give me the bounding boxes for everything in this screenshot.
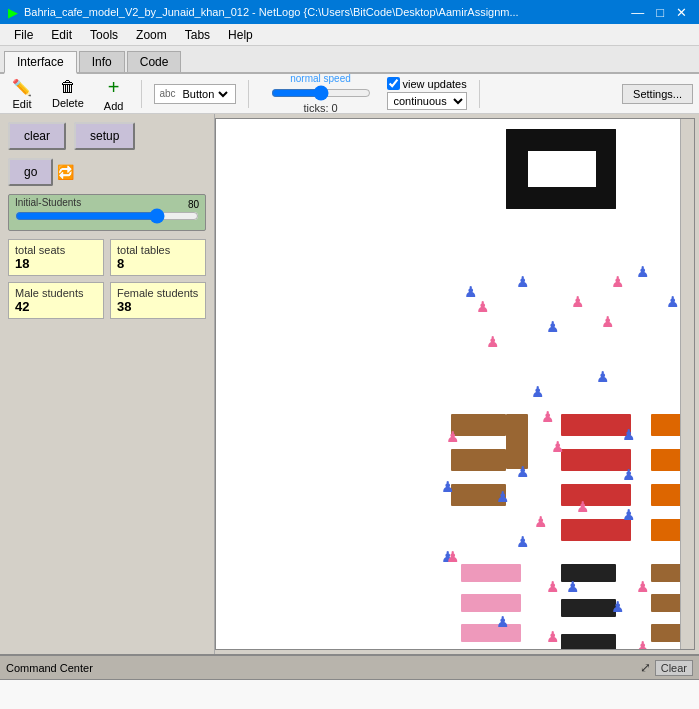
furniture-piece — [651, 484, 680, 506]
close-button[interactable]: ✕ — [672, 5, 691, 20]
female-students-box: Female students 38 — [110, 282, 206, 319]
view-updates-checkbox[interactable] — [387, 77, 400, 90]
blue-person: ♟ — [622, 507, 635, 522]
loop-icon: 🔁 — [57, 164, 74, 180]
menu-zoom[interactable]: Zoom — [128, 26, 175, 44]
clear-button[interactable]: clear — [8, 122, 66, 150]
edit-label: Edit — [13, 98, 32, 110]
pink-person: ♟ — [551, 439, 564, 454]
widget-type-selector[interactable]: abc Button — [154, 84, 235, 104]
add-icon: + — [108, 76, 120, 99]
blue-person: ♟ — [666, 294, 679, 309]
menu-tools[interactable]: Tools — [82, 26, 126, 44]
setup-button[interactable]: setup — [74, 122, 135, 150]
vertical-scrollbar[interactable] — [680, 119, 694, 649]
pink-person: ♟ — [611, 274, 624, 289]
furniture-piece — [451, 449, 506, 471]
blue-person: ♟ — [464, 284, 477, 299]
pink-person: ♟ — [446, 429, 459, 444]
blue-person: ♟ — [566, 579, 579, 594]
total-seats-box: total seats 18 — [8, 239, 104, 276]
pink-person: ♟ — [571, 294, 584, 309]
pink-person: ♟ — [601, 314, 614, 329]
blue-person: ♟ — [611, 599, 624, 614]
continuous-select[interactable]: continuous — [387, 92, 467, 110]
tab-interface[interactable]: Interface — [4, 51, 77, 74]
blue-person: ♟ — [596, 369, 609, 384]
go-button[interactable]: go — [8, 158, 53, 186]
speed-section: normal speed ticks: 0 — [271, 73, 371, 114]
pink-person: ♟ — [546, 579, 559, 594]
tab-code[interactable]: Code — [127, 51, 182, 72]
command-bar: Command Center ⤢ Clear — [0, 656, 699, 680]
toolbar-divider-2 — [248, 80, 249, 108]
simulation-canvas: ♟♟♟♟♟♟♟♟♟♟♟♟♟♟♟♟♟♟♟♟♟♟♟♟♟♟♟♟♟♟♟♟♟♟♟♟♟♟♟♟… — [216, 119, 680, 649]
toolbar-divider-3 — [479, 80, 480, 108]
maximize-button[interactable]: □ — [652, 5, 668, 20]
blue-person: ♟ — [496, 614, 509, 629]
left-panel: clear setup go 🔁 Initial-Students 80 tot… — [0, 114, 215, 654]
furniture-piece — [561, 634, 616, 649]
ticks-label: ticks: 0 — [303, 102, 337, 114]
command-center: Command Center ⤢ Clear observer> — [0, 654, 699, 709]
pink-person: ♟ — [541, 409, 554, 424]
blue-person: ♟ — [516, 274, 529, 289]
initial-students-slider[interactable] — [15, 208, 199, 224]
furniture-piece — [561, 449, 631, 471]
furniture-piece — [651, 564, 680, 582]
female-students-label: Female students — [117, 287, 199, 299]
widget-type-dropdown[interactable]: Button — [179, 87, 231, 101]
blue-person: ♟ — [546, 319, 559, 334]
menu-help[interactable]: Help — [220, 26, 261, 44]
pink-person: ♟ — [534, 514, 547, 529]
menu-edit[interactable]: Edit — [43, 26, 80, 44]
blue-person: ♟ — [531, 384, 544, 399]
furniture-piece — [561, 484, 631, 506]
minimize-button[interactable]: — — [627, 5, 648, 20]
male-students-value: 42 — [15, 299, 97, 314]
add-label: Add — [104, 100, 124, 112]
slider-label: Initial-Students — [15, 197, 199, 208]
furniture-piece — [461, 564, 521, 582]
slider-value: 80 — [188, 199, 199, 210]
edit-button[interactable]: ✏️ Edit — [6, 76, 38, 112]
menu-file[interactable]: File — [6, 26, 41, 44]
blue-person: ♟ — [516, 464, 529, 479]
delete-button[interactable]: 🗑 Delete — [46, 76, 90, 111]
furniture-piece — [506, 414, 528, 469]
blue-person: ♟ — [622, 467, 635, 482]
total-tables-label: total tables — [117, 244, 199, 256]
toolbar: ✏️ Edit 🗑 Delete + Add abc Button normal… — [0, 74, 699, 114]
toolbar-divider-1 — [141, 80, 142, 108]
total-seats-value: 18 — [15, 256, 97, 271]
expand-icon[interactable]: ⤢ — [640, 660, 651, 676]
menu-tabs[interactable]: Tabs — [177, 26, 218, 44]
simulation-view[interactable]: ♟♟♟♟♟♟♟♟♟♟♟♟♟♟♟♟♟♟♟♟♟♟♟♟♟♟♟♟♟♟♟♟♟♟♟♟♟♟♟♟… — [215, 118, 695, 650]
male-students-box: Male students 42 — [8, 282, 104, 319]
pink-person: ♟ — [636, 639, 649, 649]
edit-icon: ✏️ — [12, 78, 32, 97]
add-button[interactable]: + Add — [98, 74, 130, 114]
settings-button[interactable]: Settings... — [622, 84, 693, 104]
blue-person: ♟ — [636, 264, 649, 279]
title-bar-left: ▶ Bahria_cafe_model_V2_by_Junaid_khan_01… — [8, 5, 519, 20]
tab-bar: Interface Info Code — [0, 46, 699, 74]
furniture-piece — [451, 414, 506, 436]
pink-person: ♟ — [446, 549, 459, 564]
pink-person: ♟ — [476, 299, 489, 314]
blue-person: ♟ — [516, 534, 529, 549]
stats-grid: total seats 18 total tables 8 Male stude… — [8, 239, 206, 319]
command-center-title: Command Center — [6, 662, 93, 674]
main-area: clear setup go 🔁 Initial-Students 80 tot… — [0, 114, 699, 654]
command-output — [0, 680, 699, 709]
command-bar-buttons: ⤢ Clear — [640, 660, 693, 676]
top-button-row: clear setup — [8, 122, 206, 150]
window-title: Bahria_cafe_model_V2_by_Junaid_khan_012 … — [24, 6, 519, 18]
title-bar-controls[interactable]: — □ ✕ — [627, 5, 691, 20]
app-icon: ▶ — [8, 5, 18, 20]
command-clear-button[interactable]: Clear — [655, 660, 693, 676]
total-seats-label: total seats — [15, 244, 97, 256]
tab-info[interactable]: Info — [79, 51, 125, 72]
view-updates-label: view updates — [403, 78, 467, 90]
speed-slider[interactable] — [271, 85, 371, 101]
